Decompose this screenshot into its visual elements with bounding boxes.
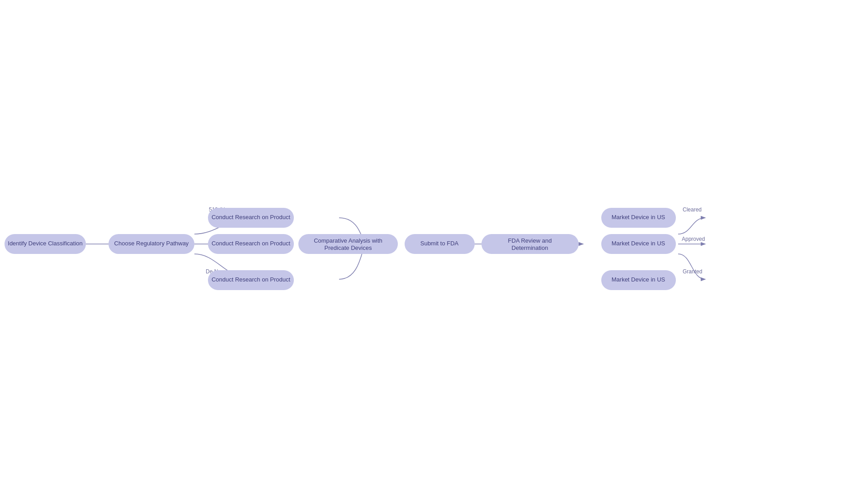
node-choose-label: Choose Regulatory Pathway	[114, 240, 189, 247]
node-fda-review-label: FDA Review and	[508, 237, 552, 244]
node-comparative-label: Comparative Analysis with	[314, 237, 382, 244]
node-research-510k-label: Conduct Research on Product	[212, 214, 291, 221]
edge-fda-granted	[678, 254, 705, 279]
node-market-approved-label: Market Device in US	[612, 240, 665, 247]
node-market-granted-label: Market Device in US	[612, 276, 665, 283]
node-identify-label: Identify Device Classification	[8, 240, 82, 247]
label-cleared: Cleared	[683, 206, 702, 213]
node-market-cleared-label: Market Device in US	[612, 214, 665, 221]
node-submit-label: Submit to FDA	[420, 240, 459, 247]
node-research-pma-label: Conduct Research on Product	[212, 240, 291, 247]
node-fda-review-label2: Determination	[512, 244, 548, 251]
label-granted: Granted	[683, 268, 702, 275]
node-research-denovo-label: Conduct Research on Product	[212, 276, 291, 283]
edge-fda-cleared	[678, 218, 705, 234]
node-comparative-label2: Predicate Devices	[325, 244, 372, 251]
label-approved: Approved	[682, 236, 705, 242]
